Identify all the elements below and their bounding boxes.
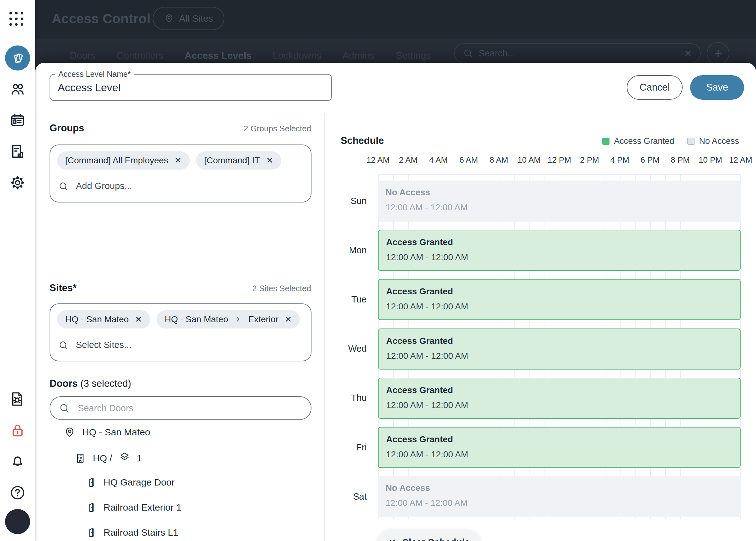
schedule-title: Schedule: [341, 135, 384, 146]
sites-summary: 2 Sites Selected: [252, 284, 311, 293]
search-input[interactable]: [479, 48, 679, 59]
bar-time-range: 12:00 AM - 12:00 AM: [386, 203, 741, 213]
sites-header: Sites* 2 Sites Selected: [50, 282, 311, 294]
day-label-sat: Sat: [353, 491, 367, 502]
legend-label: Access Granted: [614, 136, 674, 146]
chevron-right-icon: [234, 315, 242, 323]
door-item-railroad-exterior-1[interactable]: Railroad Exterior 1: [85, 502, 181, 513]
door-item-label: Railroad Exterior 1: [104, 502, 181, 513]
bar-time-range: 12:00 AM - 12:00 AM: [386, 449, 740, 459]
remove-chip-icon[interactable]: ✕: [174, 156, 182, 166]
apps-grid-icon[interactable]: [9, 12, 26, 28]
users-icon[interactable]: [9, 81, 26, 98]
reports-icon[interactable]: [9, 143, 26, 160]
location-pin-icon: [164, 13, 174, 24]
schedule-bar-sat[interactable]: No Access12:00 AM - 12:00 AM: [378, 476, 741, 517]
select-sites-field[interactable]: Select Sites...: [58, 340, 304, 350]
schedule-bar-thu[interactable]: Access Granted12:00 AM - 12:00 AM: [378, 378, 741, 419]
page-title: Access Control: [52, 11, 151, 26]
bar-status-label: No Access: [386, 483, 741, 493]
site-chip-sublabel: Exterior: [248, 314, 278, 324]
door-tree-floor[interactable]: HQ / 1: [75, 452, 142, 464]
layers-icon: [119, 452, 130, 464]
legend-swatch-no_access: [687, 138, 695, 145]
bar-status-label: Access Granted: [386, 237, 740, 247]
save-button[interactable]: Save: [690, 75, 744, 100]
add-groups-field[interactable]: Add Groups...: [58, 181, 304, 191]
doors-header: Doors (3 selected): [50, 378, 311, 389]
bar-time-range: 12:00 AM - 12:00 AM: [386, 498, 741, 508]
group-chip-command-all-employees[interactable]: [Command] All Employees✕: [57, 151, 190, 170]
site-chip-hq-san-mateo[interactable]: HQ - San Mateo✕: [57, 310, 150, 328]
access-control-icon[interactable]: [5, 45, 30, 71]
schedule-bar-tue[interactable]: Access Granted12:00 AM - 12:00 AM: [378, 279, 741, 320]
day-label-fri: Fri: [356, 442, 367, 453]
site-chip-label: HQ - San Mateo: [165, 314, 228, 324]
door-item-label: Railroad Stairs L1: [104, 527, 178, 538]
settings-gear-icon[interactable]: [9, 175, 26, 191]
time-label-11: 10 PM: [699, 155, 722, 165]
add-button[interactable]: +: [707, 42, 729, 65]
day-label-thu: Thu: [351, 393, 367, 403]
selection-pane: Groups 2 Groups Selected [Command] All E…: [35, 113, 325, 541]
door-item-label: HQ Garage Door: [104, 477, 175, 488]
help-icon[interactable]: [9, 485, 26, 501]
calendar-icon[interactable]: [9, 113, 26, 129]
search-icon: [59, 403, 70, 413]
door-item-railroad-stairs-l1[interactable]: Railroad Stairs L1: [85, 527, 178, 538]
clear-search-icon[interactable]: ✕: [684, 48, 692, 59]
groups-select-box: [Command] All Employees✕[Command] IT✕ Ad…: [50, 145, 311, 203]
bar-status-label: Access Granted: [386, 336, 740, 346]
door-icon: [85, 502, 97, 513]
schedule-time-axis: 12 AM2 AM4 AM6 AM8 AM10 AM12 PM2 PM4 PM6…: [378, 155, 741, 166]
access-level-name-field[interactable]: Access Level Name*: [50, 74, 332, 101]
schedule-pane: Schedule Access GrantedNo Access 12 AM2 …: [325, 113, 756, 541]
location-pin-icon: [64, 427, 75, 438]
legend-label: No Access: [699, 136, 739, 146]
site-chip-hq-san-mateoexterior[interactable]: HQ - San MateoExterior✕: [157, 310, 300, 328]
doors-summary: (3 selected): [80, 378, 131, 389]
sites-select-box: HQ - San Mateo✕HQ - San MateoExterior✕ S…: [50, 303, 311, 361]
header-search[interactable]: ✕: [454, 43, 701, 63]
time-label-0: 12 AM: [366, 155, 390, 165]
bar-time-range: 12:00 AM - 12:00 AM: [386, 301, 740, 311]
lockdown-icon[interactable]: [9, 422, 26, 438]
search-icon: [58, 181, 68, 191]
doors-search-field[interactable]: [50, 396, 311, 420]
schedule-bar-wed[interactable]: Access Granted12:00 AM - 12:00 AM: [378, 328, 741, 369]
schedule-bar-mon[interactable]: Access Granted12:00 AM - 12:00 AM: [378, 230, 741, 271]
doors-title: Doors (3 selected): [50, 378, 131, 389]
site-filter-button[interactable]: All Sites: [153, 7, 224, 30]
time-label-6: 12 PM: [547, 155, 571, 165]
groups-chips: [Command] All Employees✕[Command] IT✕: [57, 151, 304, 170]
day-label-tue: Tue: [351, 294, 367, 305]
doors-search-input[interactable]: [78, 403, 302, 413]
time-label-8: 4 PM: [610, 155, 629, 165]
bar-status-label: Access Granted: [386, 434, 740, 444]
schedule-day-labels: SunMonTueWedThuFriSat: [325, 174, 372, 519]
time-label-9: 6 PM: [641, 155, 660, 165]
schedule-bar-sun[interactable]: No Access12:00 AM - 12:00 AM: [378, 181, 741, 222]
schedule-bar-fri[interactable]: Access Granted12:00 AM - 12:00 AM: [378, 427, 741, 468]
bar-time-range: 12:00 AM - 12:00 AM: [386, 400, 740, 410]
user-avatar[interactable]: [5, 509, 30, 534]
clear-schedule-label: Clear Schedule: [402, 537, 470, 541]
clear-schedule-button[interactable]: ✕ Clear Schedule: [379, 529, 480, 541]
remove-chip-icon[interactable]: ✕: [266, 156, 273, 166]
site-filter-label: All Sites: [179, 13, 213, 24]
day-label-wed: Wed: [348, 343, 367, 354]
site-chip-label: HQ - San Mateo: [65, 314, 129, 324]
day-label-sun: Sun: [350, 196, 367, 206]
group-chip-command-it[interactable]: [Command] IT✕: [196, 151, 281, 170]
notifications-bell-icon[interactable]: [9, 453, 26, 469]
groups-title: Groups: [50, 123, 84, 134]
door-item-hq-garage-door[interactable]: HQ Garage Door: [85, 477, 175, 488]
remove-chip-icon[interactable]: ✕: [285, 314, 292, 324]
access-level-modal: Access Level Name* Cancel Save Groups 2 …: [35, 63, 756, 541]
cancel-button[interactable]: Cancel: [627, 75, 683, 100]
group-chip-label: [Command] IT: [204, 156, 260, 166]
day-label-mon: Mon: [349, 245, 367, 256]
door-tree-site[interactable]: HQ - San Mateo: [64, 427, 150, 438]
remove-chip-icon[interactable]: ✕: [135, 314, 142, 324]
bug-report-icon[interactable]: [9, 391, 26, 407]
